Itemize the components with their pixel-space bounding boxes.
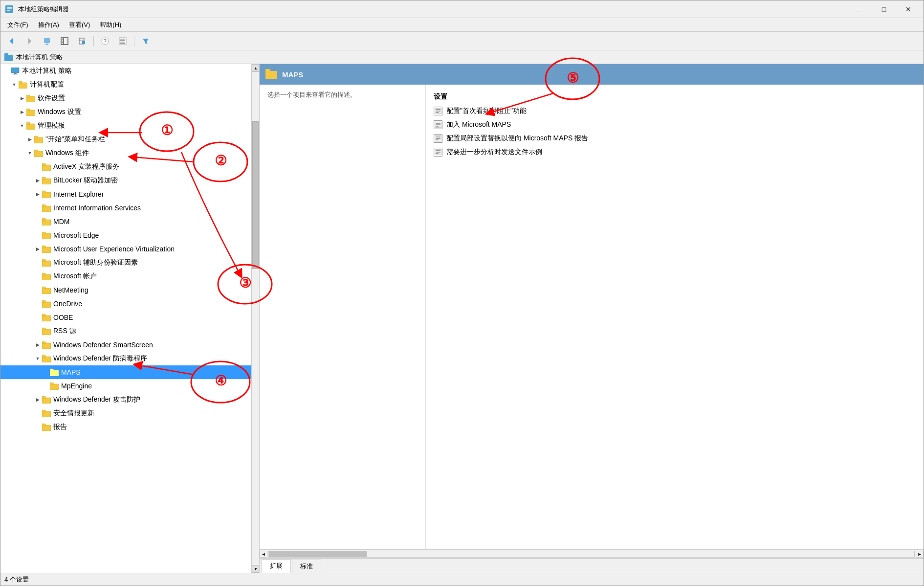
scroll-track[interactable] (252, 72, 259, 565)
svg-rect-74 (50, 383, 53, 385)
tree-item-ms-account[interactable]: Microsoft 帐户 (0, 270, 251, 283)
tree-item-computer-config[interactable]: ▼ 计算机配置 (0, 78, 251, 91)
folder-icon-start-menu (34, 135, 44, 144)
svg-rect-56 (42, 259, 45, 262)
folder-icon-ms-account (42, 272, 51, 281)
scroll-down-button[interactable]: ▼ (252, 565, 260, 573)
tree-item-windows-components[interactable]: ▼ Windows 组件 (0, 146, 251, 160)
tree-item-bitlocker[interactable]: ▶ BitLocker 驱动器加密 (0, 174, 251, 187)
tree-item-onedrive[interactable]: OneDrive (0, 297, 251, 311)
tree-label-oobe: OOBE (53, 314, 73, 321)
tree-label-computer-config: 计算机配置 (30, 80, 64, 89)
menu-file[interactable]: 文件(F) (2, 19, 33, 31)
tree-item-activex[interactable]: ActiveX 安装程序服务 (0, 160, 251, 174)
settings-item-3-label: 配置局部设置替换以便向 Microsoft MAPS 报告 (446, 134, 588, 143)
tree-item-mdm[interactable]: MDM (0, 215, 251, 228)
expand-icon-wd-antivirus[interactable]: ▼ (34, 355, 42, 362)
tree-panel: 本地计算机 策略▼ 计算机配置▶ 软件设置▶ Windows 设置▼ 管理模板▶… (0, 64, 260, 573)
forward-button[interactable] (21, 34, 38, 48)
filter-button[interactable] (137, 34, 154, 48)
svg-rect-78 (42, 410, 45, 412)
properties-button[interactable] (114, 34, 131, 48)
tree-item-ms-uev[interactable]: ▶ Microsoft User Experience Virtualizati… (0, 242, 251, 256)
settings-header: 设置 (426, 89, 924, 104)
expand-icon-windows-components[interactable]: ▼ (26, 149, 34, 157)
menu-bar: 文件(F) 操作(A) 查看(V) 帮助(H) (0, 18, 924, 32)
menu-help[interactable]: 帮助(H) (95, 19, 126, 31)
tree-item-ms-edge[interactable]: Microsoft Edge (0, 228, 251, 242)
expand-icon-admin-templates[interactable]: ▼ (18, 122, 26, 130)
toolbar: ? (0, 32, 924, 50)
tree-item-windows-settings[interactable]: ▶ Windows 设置 (0, 105, 251, 119)
maximize-button[interactable]: □ (873, 2, 895, 17)
settings-item-4[interactable]: 需要进一步分析时发送文件示例 (426, 145, 924, 159)
tab-expand[interactable]: 扩展 (262, 559, 291, 573)
svg-text:?: ? (104, 39, 107, 44)
tree-item-iis[interactable]: Internet Information Services (0, 201, 251, 215)
tree-label-netmeeting: NetMeeting (53, 286, 88, 294)
folder-icon-iis (42, 203, 51, 212)
tree-scroll[interactable]: 本地计算机 策略▼ 计算机配置▶ 软件设置▶ Windows 设置▼ 管理模板▶… (0, 64, 251, 573)
expand-icon-windows-settings[interactable]: ▶ (18, 108, 26, 116)
tree-label-activex: ActiveX 安装程序服务 (53, 162, 119, 171)
svg-rect-6 (44, 38, 50, 43)
close-button[interactable]: ✕ (897, 2, 920, 17)
tree-vertical-scrollbar[interactable]: ▲ ▼ (251, 64, 259, 573)
svg-rect-38 (34, 136, 38, 138)
up-button[interactable] (39, 34, 55, 48)
tree-item-ms-auth[interactable]: Microsoft 辅助身份验证因素 (0, 256, 251, 270)
expand-icon-internet-explorer[interactable]: ▶ (34, 190, 42, 198)
expand-icon-ms-uev[interactable]: ▶ (34, 245, 42, 253)
tree-item-wd-antivirus[interactable]: ▼ Windows Defender 防病毒程序 (0, 352, 251, 365)
expand-icon-wd-smartscreen[interactable]: ▶ (34, 341, 42, 349)
tree-item-start-menu[interactable]: ▶ "开始"菜单和任务栏 (0, 133, 251, 146)
back-button[interactable] (3, 34, 20, 48)
horizontal-scrollbar[interactable] (268, 551, 915, 558)
expand-icon-computer-config[interactable]: ▼ (10, 81, 18, 89)
svg-marker-5 (28, 38, 31, 44)
svg-rect-50 (42, 218, 45, 221)
tree-item-report[interactable]: 报告 (0, 420, 251, 434)
settings-item-2[interactable]: 加入 Microsoft MAPS (426, 118, 924, 132)
scroll-left-button[interactable]: ◄ (260, 551, 267, 558)
tree-item-oobe[interactable]: OOBE (0, 311, 251, 324)
tree-label-wd-attack: Windows Defender 攻击防护 (53, 395, 140, 404)
settings-item-3[interactable]: 配置局部设置替换以便向 Microsoft MAPS 报告 (426, 132, 924, 145)
tree-item-admin-templates[interactable]: ▼ 管理模板 (0, 119, 251, 133)
menu-action[interactable]: 操作(A) (33, 19, 64, 31)
expand-icon-start-menu[interactable]: ▶ (26, 135, 34, 143)
svg-rect-15 (82, 41, 85, 44)
export-button[interactable] (74, 34, 90, 48)
tab-standard[interactable]: 标准 (292, 560, 321, 573)
tree-item-wd-smartscreen[interactable]: ▶ Windows Defender SmartScreen (0, 338, 251, 352)
tree-label-internet-explorer: Internet Explorer (53, 190, 104, 198)
tree-item-mpengine[interactable]: MpEngine (0, 379, 251, 393)
toolbar-separator-2 (134, 36, 134, 46)
tree-item-netmeeting[interactable]: NetMeeting (0, 283, 251, 297)
tree-item-wd-attack[interactable]: ▶ Windows Defender 攻击防护 (0, 393, 251, 406)
scroll-right-button[interactable]: ► (916, 551, 924, 558)
show-hide-button[interactable] (56, 34, 73, 48)
tree-item-rss[interactable]: RSS 源 (0, 324, 251, 338)
tree-label-ms-auth: Microsoft 辅助身份验证因素 (53, 258, 138, 267)
expand-icon-software-settings[interactable]: ▶ (18, 94, 26, 102)
tree-item-local-policy[interactable]: 本地计算机 策略 (0, 64, 251, 78)
expand-icon-bitlocker[interactable]: ▶ (34, 177, 42, 184)
tree-item-security-update[interactable]: 安全情报更新 (0, 406, 251, 420)
tree-label-ms-uev: Microsoft User Experience Virtualization (53, 245, 175, 253)
tree-item-maps[interactable]: MAPS (0, 365, 251, 379)
settings-item-2-icon (434, 120, 442, 129)
scroll-up-button[interactable]: ▲ (252, 64, 260, 72)
tree-item-internet-explorer[interactable]: ▶ Internet Explorer (0, 187, 251, 201)
menu-view[interactable]: 查看(V) (64, 19, 95, 31)
expand-icon-wd-attack[interactable]: ▶ (34, 396, 42, 404)
svg-marker-23 (143, 39, 149, 44)
tree-label-windows-settings: Windows 设置 (38, 108, 81, 116)
help-button[interactable]: ? (97, 34, 113, 48)
settings-item-1[interactable]: 配置"首次看到时阻止"功能 (426, 104, 924, 118)
tree-item-software-settings[interactable]: ▶ 软件设置 (0, 91, 251, 105)
scroll-thumb[interactable] (252, 121, 259, 269)
minimize-button[interactable]: — (848, 2, 871, 17)
settings-item-3-icon (434, 134, 442, 143)
right-panel-header: MAPS (260, 64, 924, 85)
